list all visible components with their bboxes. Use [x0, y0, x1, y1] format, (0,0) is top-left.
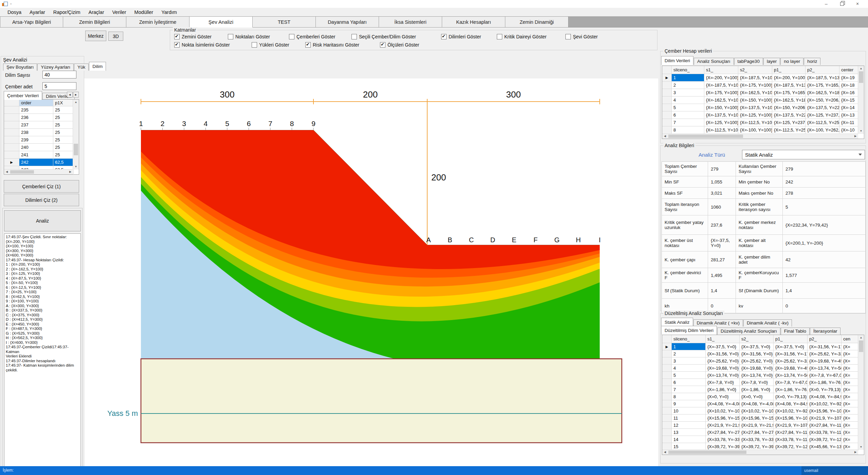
table-row[interactable]: 8{X=-112,5, Y=100}{X=-100, Y=100}{X=-112… — [662, 126, 864, 134]
tab-d-zeltilmi-analiz-sonu-lar[interactable]: Düzeltilmiş Analiz Sonuçları — [717, 328, 780, 335]
menu-dosya[interactable]: Dosya — [3, 8, 25, 16]
tab-dayanma-yap-lar[interactable]: Dayanma Yapıları — [316, 16, 379, 28]
tab-horiz[interactable]: horiz — [804, 58, 820, 65]
checkbox-y-kleri-g-ster[interactable]: Yükleri Göster — [252, 42, 289, 48]
table-row[interactable]: 7{X=-1,86, Y=0}{X=-1,86, Y=0}{X=-1,86, Y… — [662, 386, 864, 393]
table-row[interactable]: 6{X=-137,5, Y=100}{X=-125, Y=100}{X=-137… — [662, 111, 864, 119]
table-row[interactable]: 13{X=27,84, Y=-27,...{X=27,84, Y=-27,...… — [662, 429, 864, 436]
slope-drawing-canvas[interactable]: Yass 5 m300200300200123456789ABCDEFGHI — [84, 78, 658, 475]
column-header[interactable]: cen — [842, 335, 859, 343]
minimize-button[interactable]: – — [818, 0, 834, 7]
analiz-button[interactable]: Analiz — [4, 210, 81, 231]
tab-zemin-dinami-i[interactable]: Zemin Dinamiği — [505, 16, 568, 28]
table-row[interactable]: 5{X=-13,74, Y=0}{X=-13,74, Y=0}{X=-13,74… — [662, 372, 864, 379]
horizontal-scrollbar[interactable]: ◀▶ — [4, 169, 73, 174]
menu-mod-ller[interactable]: Modüller — [130, 8, 158, 16]
checkbox-l-leri-g-ster[interactable]: Ölçüleri Göster — [380, 42, 419, 48]
menu-yard-m[interactable]: Yardım — [157, 8, 181, 16]
table-row[interactable]: 11{X=15,96, Y=-15,...{X=15,96, Y=-15,...… — [662, 415, 864, 422]
tab-kaz-k-hesaplar[interactable]: Kazık Hesapları — [442, 16, 505, 28]
menu-ayarlar[interactable]: Ayarlar — [25, 8, 49, 16]
table-row[interactable]: 5{X=-150, Y=100}{X=-137,5, Y=100}{X=-150… — [662, 104, 864, 111]
tab-zemin-i-yile-tirme[interactable]: Zemin İyileştirme — [126, 16, 189, 28]
column-header[interactable]: p1X — [53, 100, 74, 106]
tab-y-zey-ayarlar[interactable]: Yüzey Ayarları — [37, 64, 74, 71]
dilim-sayisi-input[interactable] — [42, 71, 76, 78]
column-header[interactable]: sliceno_ — [672, 335, 706, 343]
tab-layer[interactable]: layer — [763, 58, 780, 65]
tab-zemin-bilgileri[interactable]: Zemin Bilgileri — [63, 16, 126, 28]
table-row[interactable]: 4{X=-19,68, Y=0}{X=-19,68, Y=0}{X=-19,68… — [662, 365, 864, 372]
checkbox-noktalar-g-ster[interactable]: Noktaları Göster — [228, 34, 270, 39]
tab-ev-boyutlar[interactable]: Şev Boyutları — [3, 64, 37, 71]
checkbox-zemini-g-ster[interactable]: Zemini Göster — [174, 34, 212, 39]
restore-button[interactable] — [834, 0, 850, 7]
table-row[interactable]: 14{X=33,78, Y=-33,...{X=33,78, Y=-33,...… — [662, 436, 864, 443]
table-row[interactable]: 8{X=0, Y=0}{X=0, Y=0}{X=0, Y=-79,13}{X=4… — [662, 393, 864, 400]
tab-dilim-verileri[interactable]: Dilim Verileri — [661, 56, 693, 65]
close-button[interactable]: × — [850, 0, 865, 7]
tab-scroll-right-button[interactable]: ▶ — [73, 92, 79, 98]
column-header[interactable]: s1_ — [706, 335, 740, 343]
table-row[interactable]: 6{X=-7,8, Y=0}{X=-7,8, Y=0}{X=-7,8, Y=-6… — [662, 379, 864, 386]
table-row[interactable]: 23725 — [4, 121, 79, 129]
table-row[interactable]: 9{X=4,08, Y=-4,08}{X=4,08, Y=-4,08}{X=4,… — [662, 400, 864, 407]
table-row[interactable]: 2{X=-187,5, Y=100}{X=-175, Y=100}{X=-187… — [662, 82, 864, 89]
horizontal-scrollbar[interactable]: ◀▶ — [662, 134, 858, 139]
checkbox-evi-g-ster[interactable]: Şevi Göster — [565, 34, 598, 39]
tab-i-terasyonlar[interactable]: İterasyonlar — [810, 328, 841, 335]
3d-button[interactable]: 3D — [108, 32, 123, 41]
tab-no-layer[interactable]: no layer — [780, 58, 803, 65]
dilimleri-ciz-button[interactable]: Dilimleri Çiz (2) — [4, 194, 79, 206]
column-header[interactable]: s2_ — [738, 66, 772, 74]
table-row[interactable]: 15{X=39,72, Y=-39,...{X=39,72, Y=-39,...… — [662, 443, 864, 450]
menu-ara-lar[interactable]: Araçlar — [85, 8, 108, 16]
checkbox-nokta-i-simlerini-g-ster[interactable]: Nokta İsimlerini Göster — [174, 42, 230, 48]
table-row[interactable]: 23625 — [4, 114, 79, 121]
table-row[interactable]: 3{X=-25,62, Y=0}{X=-25,62, Y=0}{X=-25,62… — [662, 357, 864, 365]
column-header[interactable]: order — [19, 100, 53, 106]
tab-ev-analizi[interactable]: Şev Analizi — [189, 16, 253, 28]
analiz-turu-dropdown[interactable]: Statik Analiz — [742, 150, 865, 159]
column-header[interactable]: sliceno_ — [672, 66, 704, 74]
checkbox-dilimleri-g-ster[interactable]: Dilimleri Göster — [441, 34, 481, 39]
table-row[interactable]: ▶1{X=-37,5, Y=0}{X=-37,5, Y=0}{X=-37,5, … — [662, 343, 864, 350]
merkez-button[interactable]: Merkez — [85, 31, 106, 41]
column-header[interactable]: s2_ — [740, 335, 774, 343]
tab-d-zeltilmi-dilim-verileri[interactable]: Düzeltilmiş Dilim Verileri — [661, 326, 717, 335]
column-header[interactable]: p2_ — [806, 66, 839, 74]
checkbox-risk-haritas-n-g-ster[interactable]: Risk Haritasını Göster — [305, 42, 359, 48]
table-row[interactable]: ▶1{X=-200, Y=100}{X=-187,5, Y=100}{X=-20… — [662, 74, 864, 82]
table-row[interactable]: 23825 — [4, 129, 79, 136]
log-output[interactable]: 17:45:37-Şev Çizildi. Sınır noktalar: {X… — [4, 233, 81, 475]
menu-veriler[interactable]: Veriler — [108, 8, 130, 16]
tab-final-tablo[interactable]: Final Tablo — [781, 328, 810, 335]
vertical-scrollbar[interactable]: ▲▼ — [73, 100, 79, 170]
tab-y-k[interactable]: Yük — [74, 64, 89, 71]
checkbox-se-ili-ember-dilim-g-ster[interactable]: Seçili Çember/Dilim Göster — [351, 34, 416, 39]
horizontal-scrollbar[interactable]: ◀▶ — [662, 450, 858, 455]
tab-ember-verileri[interactable]: Çember Verileri — [4, 91, 42, 100]
tab-analiz-sonu-lar[interactable]: Analiz Sonuçları — [694, 58, 734, 65]
column-header[interactable]: p1_ — [772, 66, 806, 74]
menu-rapor-izim[interactable]: Rapor/Çizim — [49, 8, 85, 16]
tab-dinamik-analiz-kv[interactable]: Dinamik Analiz ( -kv) — [743, 319, 792, 327]
vertical-scrollbar[interactable]: ▲▼ — [858, 66, 864, 134]
column-header[interactable]: center — [839, 66, 859, 74]
dilim-verileri-grid[interactable]: sliceno_s1_s2_p1_p2_center▶1{X=-200, Y=1… — [662, 66, 864, 139]
table-row[interactable]: 23525 — [4, 106, 79, 114]
table-row[interactable]: 4{X=-162,5, Y=100}{X=-150, Y=100}{X=-162… — [662, 96, 864, 104]
table-row[interactable]: 24025 — [4, 144, 79, 151]
vertical-scrollbar[interactable]: ▲▼ — [858, 335, 864, 450]
table-row[interactable]: 10{X=10,02, Y=-10,...{X=10,02, Y=-10,...… — [662, 407, 864, 415]
checkbox-emberleri-g-ster[interactable]: Çemberleri Göster — [289, 34, 335, 39]
table-row[interactable]: 24125 — [4, 151, 79, 159]
tab-tabpage30[interactable]: tabPage30 — [734, 58, 763, 65]
tab-test[interactable]: TEST — [253, 16, 316, 28]
table-row[interactable]: 12{X=21,9, Y=-21,9}{X=21,9, Y=-21,9}{X=2… — [662, 422, 864, 429]
table-row[interactable]: 23925 — [4, 136, 79, 144]
cemberleri-ciz-button[interactable]: Çemberleri Çiz (1) — [4, 180, 79, 193]
table-row[interactable]: 2{X=-31,56, Y=0}{X=-31,56, Y=0}{X=-31,56… — [662, 350, 864, 357]
tab-dinamik-analiz-kv[interactable]: Dinamik Analiz ( +kv) — [693, 319, 743, 327]
tab-statik-analiz[interactable]: Statik Analiz — [661, 318, 693, 327]
